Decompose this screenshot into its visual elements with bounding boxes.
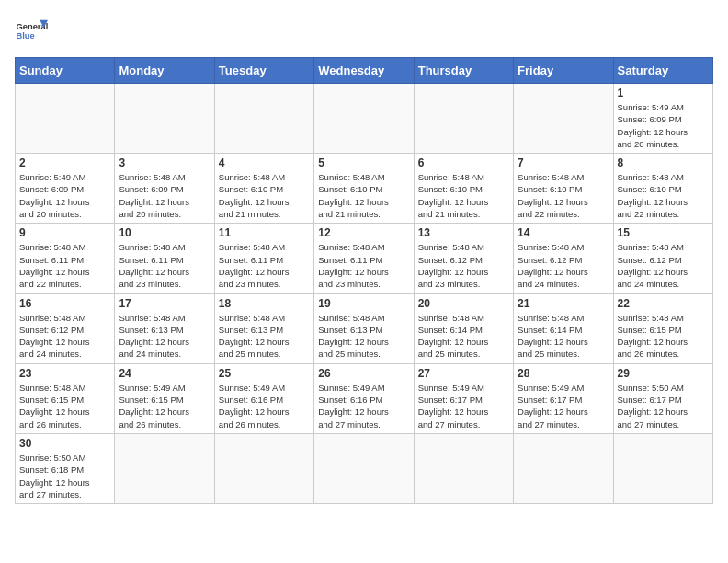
day-info: Sunrise: 5:49 AM Sunset: 6:15 PM Dayligh… bbox=[119, 382, 210, 431]
calendar-table: SundayMondayTuesdayWednesdayThursdayFrid… bbox=[15, 57, 713, 504]
day-info: Sunrise: 5:48 AM Sunset: 6:13 PM Dayligh… bbox=[318, 312, 409, 361]
day-number: 3 bbox=[119, 156, 210, 169]
day-info: Sunrise: 5:48 AM Sunset: 6:13 PM Dayligh… bbox=[219, 312, 310, 361]
calendar-cell: 4Sunrise: 5:48 AM Sunset: 6:10 PM Daylig… bbox=[214, 154, 313, 224]
calendar-cell: 29Sunrise: 5:50 AM Sunset: 6:17 PM Dayli… bbox=[613, 363, 712, 433]
day-info: Sunrise: 5:48 AM Sunset: 6:12 PM Dayligh… bbox=[19, 312, 110, 361]
calendar-cell: 13Sunrise: 5:48 AM Sunset: 6:12 PM Dayli… bbox=[414, 224, 513, 293]
day-info: Sunrise: 5:48 AM Sunset: 6:13 PM Dayligh… bbox=[119, 312, 210, 361]
calendar-cell bbox=[414, 433, 513, 503]
day-header-friday: Friday bbox=[514, 58, 613, 84]
day-number: 15 bbox=[618, 226, 709, 239]
day-number: 28 bbox=[518, 367, 609, 380]
calendar-week-row: 9Sunrise: 5:48 AM Sunset: 6:11 PM Daylig… bbox=[16, 224, 713, 293]
calendar-cell bbox=[314, 84, 414, 154]
calendar-cell: 19Sunrise: 5:48 AM Sunset: 6:13 PM Dayli… bbox=[314, 293, 414, 363]
calendar-body: 1Sunrise: 5:49 AM Sunset: 6:09 PM Daylig… bbox=[16, 84, 713, 504]
calendar-cell bbox=[214, 433, 313, 503]
day-number: 9 bbox=[19, 226, 110, 239]
calendar-cell: 3Sunrise: 5:48 AM Sunset: 6:09 PM Daylig… bbox=[115, 154, 214, 224]
calendar-cell: 11Sunrise: 5:48 AM Sunset: 6:11 PM Dayli… bbox=[214, 224, 313, 293]
calendar-cell bbox=[115, 433, 214, 503]
day-info: Sunrise: 5:49 AM Sunset: 6:16 PM Dayligh… bbox=[219, 382, 310, 431]
day-info: Sunrise: 5:48 AM Sunset: 6:10 PM Dayligh… bbox=[219, 171, 310, 220]
svg-text:Blue: Blue bbox=[16, 31, 34, 40]
day-number: 8 bbox=[618, 156, 709, 169]
day-number: 27 bbox=[418, 367, 509, 380]
calendar-cell: 26Sunrise: 5:49 AM Sunset: 6:16 PM Dayli… bbox=[314, 363, 414, 433]
calendar-cell: 17Sunrise: 5:48 AM Sunset: 6:13 PM Dayli… bbox=[115, 293, 214, 363]
day-info: Sunrise: 5:48 AM Sunset: 6:14 PM Dayligh… bbox=[418, 312, 509, 361]
day-number: 24 bbox=[119, 367, 210, 380]
calendar-cell bbox=[414, 84, 513, 154]
day-info: Sunrise: 5:50 AM Sunset: 6:17 PM Dayligh… bbox=[618, 382, 709, 431]
day-info: Sunrise: 5:49 AM Sunset: 6:16 PM Dayligh… bbox=[318, 382, 409, 431]
day-number: 20 bbox=[418, 297, 509, 310]
calendar-cell: 24Sunrise: 5:49 AM Sunset: 6:15 PM Dayli… bbox=[115, 363, 214, 433]
calendar-cell: 15Sunrise: 5:48 AM Sunset: 6:12 PM Dayli… bbox=[613, 224, 712, 293]
day-number: 7 bbox=[518, 156, 609, 169]
day-info: Sunrise: 5:49 AM Sunset: 6:17 PM Dayligh… bbox=[418, 382, 509, 431]
calendar-header-row: SundayMondayTuesdayWednesdayThursdayFrid… bbox=[16, 58, 713, 84]
day-header-sunday: Sunday bbox=[16, 58, 115, 84]
day-number: 11 bbox=[219, 226, 310, 239]
day-info: Sunrise: 5:48 AM Sunset: 6:10 PM Dayligh… bbox=[618, 171, 709, 220]
day-number: 25 bbox=[219, 367, 310, 380]
calendar-cell: 7Sunrise: 5:48 AM Sunset: 6:10 PM Daylig… bbox=[514, 154, 613, 224]
calendar-cell bbox=[115, 84, 214, 154]
day-number: 17 bbox=[119, 297, 210, 310]
day-number: 30 bbox=[19, 437, 110, 450]
calendar-cell bbox=[514, 84, 613, 154]
calendar-cell bbox=[314, 433, 414, 503]
day-info: Sunrise: 5:48 AM Sunset: 6:11 PM Dayligh… bbox=[19, 241, 110, 290]
day-info: Sunrise: 5:49 AM Sunset: 6:17 PM Dayligh… bbox=[518, 382, 609, 431]
day-info: Sunrise: 5:48 AM Sunset: 6:09 PM Dayligh… bbox=[119, 171, 210, 220]
day-header-tuesday: Tuesday bbox=[214, 58, 313, 84]
calendar-cell: 27Sunrise: 5:49 AM Sunset: 6:17 PM Dayli… bbox=[414, 363, 513, 433]
page-header: General Blue bbox=[15, 15, 713, 48]
day-number: 10 bbox=[119, 226, 210, 239]
day-number: 2 bbox=[19, 156, 110, 169]
day-number: 16 bbox=[19, 297, 110, 310]
day-number: 12 bbox=[318, 226, 409, 239]
calendar-week-row: 16Sunrise: 5:48 AM Sunset: 6:12 PM Dayli… bbox=[16, 293, 713, 363]
day-number: 18 bbox=[219, 297, 310, 310]
day-info: Sunrise: 5:50 AM Sunset: 6:18 PM Dayligh… bbox=[19, 452, 110, 500]
calendar-week-row: 1Sunrise: 5:49 AM Sunset: 6:09 PM Daylig… bbox=[16, 84, 713, 154]
calendar-week-row: 2Sunrise: 5:49 AM Sunset: 6:09 PM Daylig… bbox=[16, 154, 713, 224]
day-info: Sunrise: 5:48 AM Sunset: 6:12 PM Dayligh… bbox=[618, 241, 709, 290]
calendar-cell: 1Sunrise: 5:49 AM Sunset: 6:09 PM Daylig… bbox=[613, 84, 712, 154]
day-header-wednesday: Wednesday bbox=[314, 58, 414, 84]
calendar-cell: 10Sunrise: 5:48 AM Sunset: 6:11 PM Dayli… bbox=[115, 224, 214, 293]
calendar-cell: 23Sunrise: 5:48 AM Sunset: 6:15 PM Dayli… bbox=[16, 363, 115, 433]
day-number: 4 bbox=[219, 156, 310, 169]
day-info: Sunrise: 5:48 AM Sunset: 6:10 PM Dayligh… bbox=[418, 171, 509, 220]
day-number: 1 bbox=[618, 86, 709, 99]
calendar-cell bbox=[613, 433, 712, 503]
day-info: Sunrise: 5:48 AM Sunset: 6:10 PM Dayligh… bbox=[518, 171, 609, 220]
calendar-week-row: 23Sunrise: 5:48 AM Sunset: 6:15 PM Dayli… bbox=[16, 363, 713, 433]
day-info: Sunrise: 5:48 AM Sunset: 6:14 PM Dayligh… bbox=[518, 312, 609, 361]
day-number: 6 bbox=[418, 156, 509, 169]
calendar-cell bbox=[514, 433, 613, 503]
calendar-cell: 25Sunrise: 5:49 AM Sunset: 6:16 PM Dayli… bbox=[214, 363, 313, 433]
day-number: 19 bbox=[318, 297, 409, 310]
calendar-cell: 21Sunrise: 5:48 AM Sunset: 6:14 PM Dayli… bbox=[514, 293, 613, 363]
calendar-cell: 22Sunrise: 5:48 AM Sunset: 6:15 PM Dayli… bbox=[613, 293, 712, 363]
calendar-cell: 14Sunrise: 5:48 AM Sunset: 6:12 PM Dayli… bbox=[514, 224, 613, 293]
day-number: 14 bbox=[518, 226, 609, 239]
calendar-cell: 28Sunrise: 5:49 AM Sunset: 6:17 PM Dayli… bbox=[514, 363, 613, 433]
day-number: 26 bbox=[318, 367, 409, 380]
day-info: Sunrise: 5:48 AM Sunset: 6:12 PM Dayligh… bbox=[518, 241, 609, 290]
day-info: Sunrise: 5:48 AM Sunset: 6:10 PM Dayligh… bbox=[318, 171, 409, 220]
day-number: 13 bbox=[418, 226, 509, 239]
calendar-cell: 18Sunrise: 5:48 AM Sunset: 6:13 PM Dayli… bbox=[214, 293, 313, 363]
calendar-cell: 12Sunrise: 5:48 AM Sunset: 6:11 PM Dayli… bbox=[314, 224, 414, 293]
day-info: Sunrise: 5:48 AM Sunset: 6:11 PM Dayligh… bbox=[219, 241, 310, 290]
day-header-monday: Monday bbox=[115, 58, 214, 84]
day-header-saturday: Saturday bbox=[613, 58, 712, 84]
calendar-cell: 20Sunrise: 5:48 AM Sunset: 6:14 PM Dayli… bbox=[414, 293, 513, 363]
day-info: Sunrise: 5:48 AM Sunset: 6:11 PM Dayligh… bbox=[318, 241, 409, 290]
day-info: Sunrise: 5:49 AM Sunset: 6:09 PM Dayligh… bbox=[618, 101, 709, 150]
day-info: Sunrise: 5:48 AM Sunset: 6:15 PM Dayligh… bbox=[19, 382, 110, 431]
